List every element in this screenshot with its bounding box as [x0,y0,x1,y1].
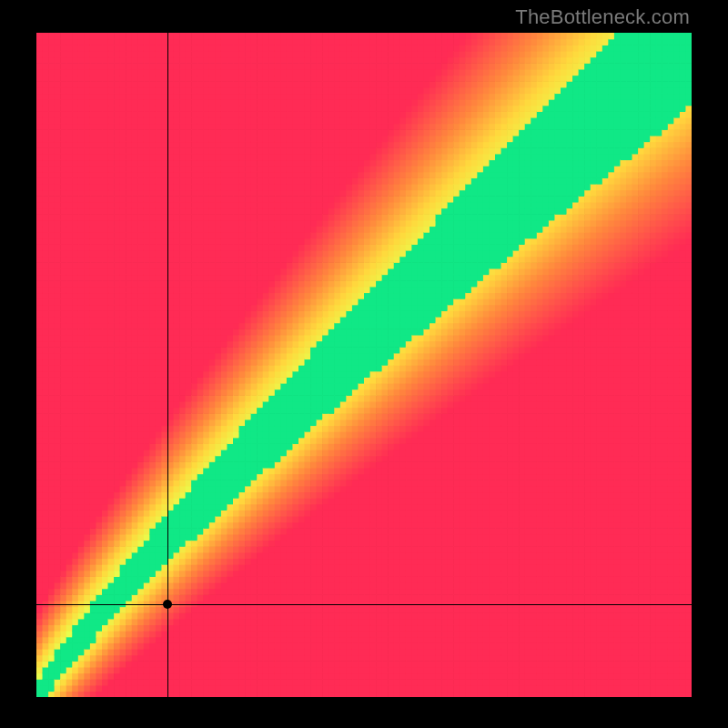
heatmap-plot [36,33,692,697]
watermark-text: TheBottleneck.com [515,5,690,29]
heatmap-canvas [36,33,692,697]
crosshair-vertical [167,33,168,697]
crosshair-horizontal [36,604,692,605]
chart-frame: TheBottleneck.com [0,0,728,728]
selection-marker [163,600,172,609]
